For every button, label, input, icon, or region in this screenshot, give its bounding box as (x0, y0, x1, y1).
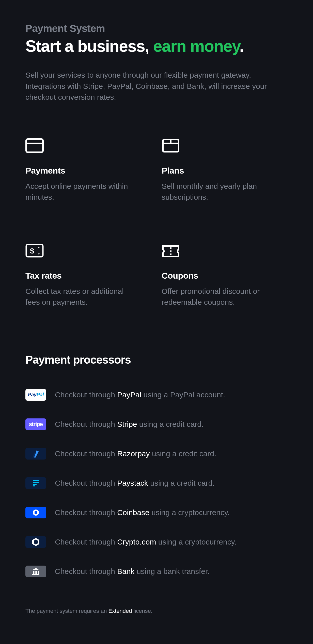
paystack-logo-icon (25, 477, 46, 489)
features-grid: Payments Accept online payments within m… (25, 138, 288, 308)
feature-desc: Sell monthly and yearly plan subscriptio… (162, 181, 268, 203)
crypto-com-logo-icon (25, 536, 46, 548)
page-headline: Start a business, earn money. (25, 37, 288, 56)
feature-title: Payments (25, 166, 151, 176)
tax-icon: $ (25, 243, 44, 258)
processors-heading: Payment processors (25, 353, 288, 366)
svg-marker-20 (32, 568, 39, 570)
processor-coinbase: Checkout through Coinbase using a crypto… (25, 507, 288, 518)
ticket-icon (162, 243, 180, 258)
processor-paypal: PayPal Checkout through PayPal using a P… (25, 389, 288, 401)
svg-marker-8 (38, 253, 40, 255)
processor-stripe: stripe Checkout through Stripe using a c… (25, 418, 288, 430)
svg-rect-5 (26, 245, 43, 257)
svg-rect-22 (35, 571, 36, 574)
svg-marker-7 (38, 246, 40, 248)
processor-text: Checkout through Bank using a bank trans… (55, 567, 210, 576)
svg-rect-25 (32, 574, 39, 575)
svg-rect-21 (33, 571, 34, 574)
paypal-logo-icon: PayPal (25, 389, 46, 401)
processor-text: Checkout through PayPal using a PayPal a… (55, 391, 225, 399)
feature-tax-rates: $ Tax rates Collect tax rates or additio… (25, 243, 151, 308)
feature-coupons: Coupons Offer promotional discount or re… (162, 243, 288, 308)
feature-plans: Plans Sell monthly and yearly plan subsc… (162, 138, 288, 203)
processor-text: Checkout through Stripe using a credit c… (55, 420, 204, 429)
processor-text: Checkout through Paystack using a credit… (55, 479, 215, 487)
credit-card-icon (25, 138, 44, 153)
stripe-logo-icon: stripe (25, 418, 46, 430)
processor-razorpay: Checkout through Razorpay using a credit… (25, 448, 288, 460)
svg-text:$: $ (30, 247, 34, 255)
feature-desc: Offer promotional discount or redeemable… (162, 286, 268, 308)
svg-rect-14 (33, 484, 37, 485)
processor-text: Checkout through Coinbase using a crypto… (55, 508, 230, 517)
svg-rect-0 (26, 139, 43, 152)
lead-paragraph: Sell your services to anyone through our… (25, 70, 285, 103)
license-footnote: The payment system requires an Extended … (25, 608, 288, 614)
feature-desc: Collect tax rates or additional fees on … (25, 286, 132, 308)
coinbase-logo-icon (25, 507, 46, 518)
processor-crypto-com: Checkout through Crypto.com using a cryp… (25, 536, 288, 548)
feature-title: Plans (162, 166, 288, 176)
headline-post: . (239, 37, 243, 55)
headline-pre: Start a business, (25, 37, 153, 55)
svg-rect-17 (35, 511, 37, 514)
package-icon (162, 138, 180, 153)
feature-payments: Payments Accept online payments within m… (25, 138, 151, 203)
eyebrow-label: Payment System (25, 23, 288, 34)
bank-icon (25, 566, 46, 577)
svg-rect-15 (33, 485, 35, 486)
processor-paystack: Checkout through Paystack using a credit… (25, 477, 288, 489)
svg-rect-13 (33, 482, 39, 483)
feature-title: Coupons (162, 271, 288, 281)
processor-text: Checkout through Razorpay using a credit… (55, 449, 216, 458)
processor-bank: Checkout through Bank using a bank trans… (25, 566, 288, 577)
feature-title: Tax rates (25, 271, 151, 281)
svg-rect-12 (33, 480, 39, 481)
svg-rect-24 (38, 571, 39, 574)
processors-list: PayPal Checkout through PayPal using a P… (25, 389, 288, 577)
razorpay-logo-icon (25, 448, 46, 460)
feature-desc: Accept online payments within minutes. (25, 181, 132, 203)
processor-text: Checkout through Crypto.com using a cryp… (55, 538, 237, 546)
svg-rect-23 (36, 571, 37, 574)
headline-accent: earn money (153, 37, 240, 55)
